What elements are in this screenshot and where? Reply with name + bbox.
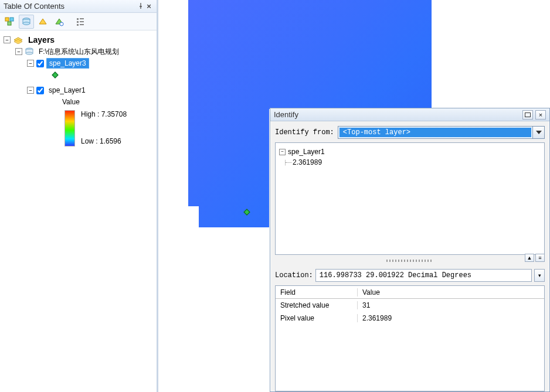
- toc-title: Table Of Contents: [4, 0, 137, 13]
- splitter-handle[interactable]: ▲ ≡: [275, 257, 545, 263]
- location-row: Location: 116.998733 29.001922 Decimal D…: [275, 269, 545, 282]
- table-row[interactable]: Pixel value 2.361989: [276, 312, 544, 325]
- combo-value: <Top-most layer>: [339, 128, 531, 137]
- legend-gradient: [64, 110, 75, 146]
- svg-marker-6: [39, 19, 46, 24]
- cell-value: 2.361989: [358, 314, 396, 322]
- tree-connector: [286, 162, 291, 163]
- tree-root[interactable]: − Layers: [4, 34, 154, 46]
- svg-rect-20: [525, 113, 531, 117]
- database-icon: [25, 47, 34, 56]
- menu-icon[interactable]: ≡: [535, 254, 545, 262]
- svg-rect-12: [80, 21, 84, 22]
- grid-header: Field Value: [276, 286, 544, 299]
- svg-rect-9: [77, 18, 79, 20]
- identify-title: Identify: [274, 110, 520, 119]
- legend-title-row: Value: [62, 96, 154, 108]
- svg-rect-13: [77, 24, 79, 26]
- options-button[interactable]: [73, 15, 88, 29]
- table-row[interactable]: Stretched value 31: [276, 299, 544, 312]
- tree-layer-label: spe_Layer1: [288, 148, 325, 156]
- identify-from-combo[interactable]: <Top-most layer>: [338, 126, 545, 139]
- layer-node[interactable]: − spe_Layer3: [27, 57, 154, 69]
- list-by-source-button[interactable]: [19, 15, 34, 29]
- svg-point-19: [26, 52, 33, 54]
- col-field[interactable]: Field: [276, 288, 358, 296]
- datasource-label: F:\信息系统\山东风电规划: [36, 46, 121, 57]
- collapse-icon[interactable]: −: [27, 60, 34, 67]
- svg-rect-10: [80, 18, 84, 19]
- location-label: Location:: [275, 271, 313, 279]
- diamond-icon: [52, 71, 58, 78]
- tree-value-label: 2.361989: [293, 158, 322, 166]
- svg-rect-14: [80, 24, 84, 25]
- chevron-down-icon[interactable]: [532, 127, 544, 138]
- layer-label[interactable]: spe_Layer1: [46, 86, 88, 95]
- list-by-drawing-order-button[interactable]: [2, 15, 18, 29]
- svg-point-8: [60, 22, 63, 26]
- svg-rect-0: [5, 18, 9, 21]
- collapse-icon[interactable]: −: [4, 36, 11, 43]
- legend-high: High : 7.35708: [81, 110, 127, 118]
- svg-point-5: [23, 22, 30, 25]
- identify-from-row: Identify from: <Top-most layer>: [275, 126, 545, 139]
- svg-rect-11: [77, 21, 79, 23]
- datasource-node[interactable]: − F:\信息系统\山东风电规划: [15, 46, 154, 57]
- collapse-icon[interactable]: −: [15, 48, 22, 55]
- layer-node[interactable]: − spe_Layer1: [27, 84, 154, 96]
- legend-low: Low : 1.6596: [81, 137, 127, 145]
- cell-field: Stretched value: [276, 301, 358, 309]
- collapse-icon[interactable]: −: [27, 87, 34, 94]
- identify-result-tree[interactable]: − spe_Layer1 2.361989: [275, 142, 545, 255]
- tree-value-row[interactable]: 2.361989: [282, 157, 541, 168]
- cell-field: Pixel value: [276, 314, 358, 322]
- tree-layer-row[interactable]: − spe_Layer1: [279, 146, 541, 157]
- identify-from-label: Identify from:: [275, 128, 334, 137]
- close-icon[interactable]: ×: [535, 110, 546, 120]
- list-by-visibility-button[interactable]: [35, 15, 50, 29]
- svg-rect-1: [10, 18, 13, 21]
- identify-window: Identify × Identify from: <Top-most laye…: [270, 108, 550, 392]
- pin-icon[interactable]: [137, 0, 145, 13]
- cell-value: 31: [358, 301, 375, 309]
- toc-toolbar: [0, 13, 157, 30]
- visibility-checkbox[interactable]: [36, 60, 44, 67]
- close-icon[interactable]: ×: [145, 0, 153, 13]
- root-label: Layers: [26, 35, 57, 45]
- svg-rect-2: [8, 22, 11, 25]
- legend-title: Value: [62, 98, 80, 106]
- toc-titlebar: Table Of Contents ×: [0, 0, 157, 13]
- toc-panel: Table Of Contents × − Layers: [0, 0, 158, 392]
- visibility-checkbox[interactable]: [36, 87, 44, 94]
- location-dropdown-button[interactable]: ▾: [534, 269, 545, 282]
- list-by-selection-button[interactable]: [52, 15, 67, 29]
- svg-marker-21: [536, 131, 542, 134]
- identify-titlebar[interactable]: Identify ×: [270, 108, 549, 121]
- identify-body: Identify from: <Top-most layer> − spe_La…: [270, 121, 549, 391]
- layers-icon: [13, 36, 23, 44]
- collapse-up-icon[interactable]: ▲: [525, 254, 534, 262]
- location-value[interactable]: 116.998733 29.001922 Decimal Degrees: [315, 269, 532, 282]
- maximize-icon[interactable]: [522, 110, 533, 120]
- symbol-node[interactable]: [39, 69, 154, 81]
- toc-tree[interactable]: − Layers − F:\信息系统\山东风电规划 − spe_Layer3 −…: [0, 30, 157, 150]
- col-value[interactable]: Value: [358, 288, 385, 296]
- attribute-grid[interactable]: Field Value Stretched value 31 Pixel val…: [275, 285, 545, 391]
- collapse-icon[interactable]: −: [279, 149, 286, 155]
- layer-label[interactable]: spe_Layer3: [46, 58, 89, 69]
